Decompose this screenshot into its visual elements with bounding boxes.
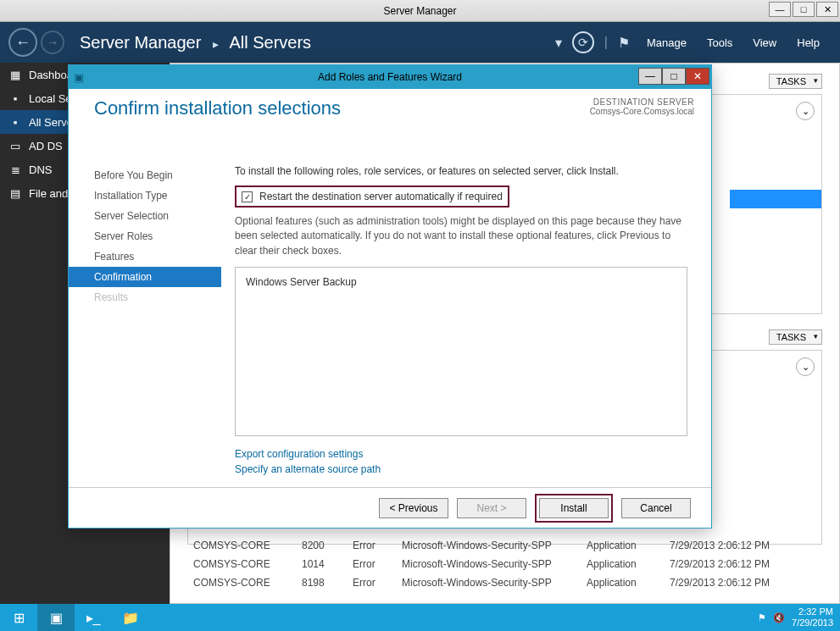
feature-item: Windows Server Backup <box>246 276 676 288</box>
storage-icon: ▤ <box>8 187 22 200</box>
flag-icon[interactable]: ⚑ <box>618 35 630 51</box>
dns-icon: ≣ <box>8 163 22 176</box>
breadcrumb-root[interactable]: Server Manager <box>80 33 201 52</box>
taskbar-explorer[interactable]: 📁 <box>112 604 149 631</box>
step-server-roles[interactable]: Server Roles <box>69 226 221 246</box>
previous-button[interactable]: < Previous <box>379 498 448 518</box>
taskbar: ⊞ ▣ ▸_ 📁 ⚑ 🔇 2:32 PM 7/29/2013 <box>0 604 840 631</box>
collapse-icon[interactable]: ⌄ <box>796 102 815 120</box>
restart-option: ✓ Restart the destination server automat… <box>235 185 509 208</box>
server-icon: ▪ <box>8 92 22 105</box>
refresh-icon[interactable]: ⟳ <box>572 31 594 53</box>
taskbar-powershell[interactable]: ▸_ <box>75 604 112 631</box>
restart-label: Restart the destination server automatic… <box>259 191 503 202</box>
system-clock[interactable]: 2:32 PM 7/29/2013 <box>792 606 833 628</box>
menu-view[interactable]: View <box>753 36 776 49</box>
menu-tools[interactable]: Tools <box>707 36 732 49</box>
ad-icon: ▭ <box>8 140 22 152</box>
selected-row-highlight <box>730 190 821 208</box>
dashboard-icon: ▦ <box>8 69 22 81</box>
step-server-selection[interactable]: Server Selection <box>69 206 221 226</box>
breadcrumb-leaf[interactable]: All Servers <box>229 33 311 52</box>
forward-button[interactable]: → <box>41 30 64 54</box>
dropdown-icon[interactable]: ▾ <box>555 35 562 51</box>
step-confirmation[interactable]: Confirmation <box>69 267 221 287</box>
servers-icon: ▪ <box>8 116 22 129</box>
add-roles-wizard: ▣ Add Roles and Features Wizard — □ ✕ Co… <box>68 64 712 529</box>
divider: | <box>604 35 608 50</box>
start-button[interactable]: ⊞ <box>0 604 37 631</box>
table-row[interactable]: COMSYS-CORE 8200 Error Microsoft-Windows… <box>193 536 815 555</box>
wizard-minimize-button[interactable]: — <box>638 68 662 85</box>
sidebar-item-label: AD DS <box>29 140 63 152</box>
menu-manage[interactable]: Manage <box>647 36 687 49</box>
step-before-you-begin[interactable]: Before You Begin <box>69 165 221 185</box>
wizard-close-button[interactable]: ✕ <box>686 68 709 85</box>
app-title: Server Manager <box>383 5 456 17</box>
wizard-footer: < Previous Next > Install Cancel <box>69 487 711 528</box>
next-button: Next > <box>457 498 526 518</box>
tasks-dropdown[interactable]: TASKS <box>769 74 822 89</box>
restart-checkbox[interactable]: ✓ <box>242 191 253 202</box>
sidebar-item-label: DNS <box>29 163 52 176</box>
minimize-button[interactable]: — <box>769 2 791 17</box>
alternate-source-link[interactable]: Specify an alternate source path <box>235 462 687 477</box>
step-features[interactable]: Features <box>69 246 221 267</box>
tasks-dropdown[interactable]: TASKS <box>769 329 822 345</box>
step-results: Results <box>69 287 221 307</box>
events-table: COMSYS-CORE 8200 Error Microsoft-Windows… <box>193 536 815 592</box>
optional-note: Optional features (such as administratio… <box>235 214 687 258</box>
intro-text: To install the following roles, role ser… <box>235 165 687 177</box>
chevron-right-icon: ▸ <box>213 37 219 51</box>
back-button[interactable]: ← <box>8 28 37 57</box>
wizard-title-text: Add Roles and Features Wizard <box>69 71 711 83</box>
taskbar-server-manager[interactable]: ▣ <box>37 604 75 631</box>
topnav: ← → Server Manager ▸ All Servers ▾ ⟳ | ⚑… <box>0 22 840 63</box>
close-button[interactable]: ✕ <box>816 2 838 17</box>
app-titlebar: Server Manager — □ ✕ <box>0 0 840 22</box>
step-installation-type[interactable]: Installation Type <box>69 185 221 206</box>
cancel-button[interactable]: Cancel <box>621 498 691 518</box>
tray-flag-icon[interactable]: ⚑ <box>758 612 766 623</box>
maximize-button[interactable]: □ <box>793 2 815 17</box>
menu-help[interactable]: Help <box>797 36 820 49</box>
table-row[interactable]: COMSYS-CORE 1014 Error Microsoft-Windows… <box>193 555 815 573</box>
collapse-icon[interactable]: ⌄ <box>796 357 815 376</box>
wizard-icon: ▣ <box>69 71 89 84</box>
breadcrumb: Server Manager ▸ All Servers <box>80 33 311 53</box>
selected-features-box: Windows Server Backup <box>235 267 687 436</box>
table-row[interactable]: COMSYS-CORE 8198 Error Microsoft-Windows… <box>193 573 815 592</box>
install-button[interactable]: Install <box>539 498 609 518</box>
wizard-maximize-button[interactable]: □ <box>662 68 686 85</box>
wizard-steps: Before You Begin Installation Type Serve… <box>69 89 221 487</box>
export-config-link[interactable]: Export configuration settings <box>235 446 687 462</box>
tray-network-icon[interactable]: 🔇 <box>773 612 785 623</box>
wizard-titlebar[interactable]: ▣ Add Roles and Features Wizard — □ ✕ <box>69 65 711 89</box>
